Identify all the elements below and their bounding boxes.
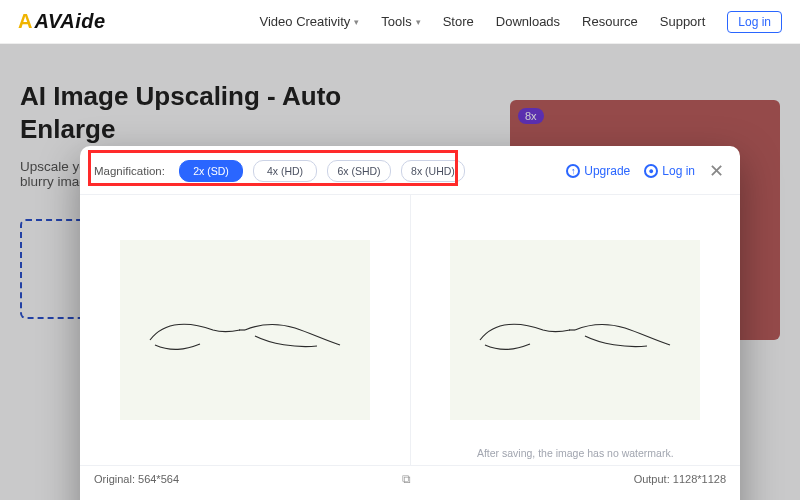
nav-resource[interactable]: Resource: [582, 14, 638, 29]
nav-tools[interactable]: Tools▾: [381, 14, 420, 29]
hands-illustration: [145, 300, 345, 360]
modal-login-link[interactable]: ●Log in: [644, 164, 695, 178]
modal-footer: New Image Save ◔: [80, 492, 740, 500]
hands-illustration: [475, 300, 675, 360]
modal-header-actions: ↑Upgrade ●Log in ✕: [566, 160, 724, 182]
modal-header: Magnification: 2x (SD) 4x (HD) 6x (SHD) …: [80, 146, 740, 194]
nav-downloads[interactable]: Downloads: [496, 14, 560, 29]
brand-logo[interactable]: A AVAide: [18, 10, 106, 33]
upscale-modal: Magnification: 2x (SD) 4x (HD) 6x (SHD) …: [80, 146, 740, 500]
close-icon[interactable]: ✕: [709, 160, 724, 182]
size-info-bar: Original: 564*564 ⧉ Output: 1128*1128: [80, 465, 740, 492]
upgrade-link[interactable]: ↑Upgrade: [566, 164, 630, 178]
page-body: AI Image Upscaling - Auto Enlarge Upscal…: [0, 44, 800, 500]
compare-divider-icon: ⧉: [179, 472, 634, 486]
nav-video-creativity[interactable]: Video Creativity▾: [260, 14, 360, 29]
original-panel: [80, 195, 410, 465]
user-icon: ●: [644, 164, 658, 178]
original-image: [120, 240, 370, 420]
output-panel: After saving, the image has no watermark…: [410, 195, 741, 465]
magnification-group: Magnification: 2x (SD) 4x (HD) 6x (SHD) …: [94, 156, 469, 186]
chevron-down-icon: ▾: [354, 17, 359, 27]
output-size-label: Output: 1128*1128: [634, 473, 726, 485]
magnification-2x[interactable]: 2x (SD): [179, 160, 243, 182]
top-nav: A AVAide Video Creativity▾ Tools▾ Store …: [0, 0, 800, 44]
nav-store[interactable]: Store: [443, 14, 474, 29]
compare-panels: After saving, the image has no watermark…: [80, 194, 740, 465]
login-button[interactable]: Log in: [727, 11, 782, 33]
output-image: [450, 240, 700, 420]
watermark-note: After saving, the image has no watermark…: [411, 447, 741, 459]
nav-links: Video Creativity▾ Tools▾ Store Downloads…: [260, 11, 782, 33]
nav-support[interactable]: Support: [660, 14, 706, 29]
magnification-6x[interactable]: 6x (SHD): [327, 160, 391, 182]
magnification-8x[interactable]: 8x (UHD): [401, 160, 465, 182]
logo-mark: A: [18, 10, 32, 33]
chevron-down-icon: ▾: [416, 17, 421, 27]
upgrade-icon: ↑: [566, 164, 580, 178]
original-size-label: Original: 564*564: [94, 473, 179, 485]
magnification-label: Magnification:: [94, 165, 165, 177]
brand-name: AVAide: [34, 10, 105, 33]
magnification-4x[interactable]: 4x (HD): [253, 160, 317, 182]
